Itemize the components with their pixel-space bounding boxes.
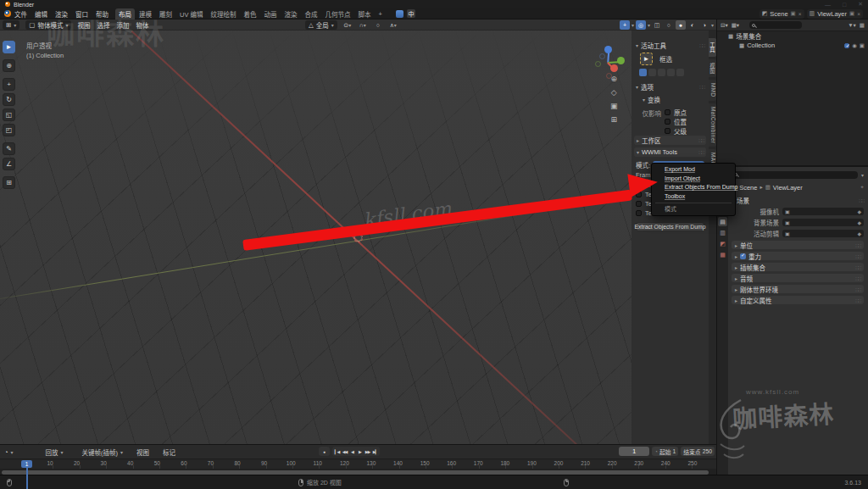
- checkbox[interactable]: [665, 128, 670, 134]
- workspace-tab[interactable]: 脚本: [355, 8, 375, 19]
- select-box-tool[interactable]: ►: [3, 41, 15, 53]
- breadcrumb-viewlayer[interactable]: ViewLayer: [773, 184, 803, 192]
- playback-button[interactable]: ▎◀: [333, 447, 341, 456]
- maximize-button[interactable]: □: [843, 2, 846, 8]
- wwmi-tools-panel-header[interactable]: WWMI Tools ∷∷: [634, 147, 706, 157]
- dropdown-menu-item[interactable]: Toolbox: [652, 192, 735, 202]
- blender-app-icon[interactable]: [4, 10, 11, 17]
- properties-search-input[interactable]: [732, 171, 858, 179]
- gizmos-toggle[interactable]: +: [620, 20, 630, 30]
- scene-selector[interactable]: ◩ Scene ▣ ×: [760, 9, 804, 19]
- navigation-gizmo[interactable]: [588, 36, 632, 80]
- outliner-row[interactable]: ▦ 场景集合 ◉ ▣: [717, 31, 868, 41]
- camera-view-icon[interactable]: ▣: [610, 102, 618, 110]
- properties-tab[interactable]: ▤: [718, 217, 727, 226]
- workspace-tab[interactable]: 动画: [261, 8, 281, 19]
- viewport-menu-item[interactable]: 物体: [136, 20, 148, 30]
- editor-type-button[interactable]: ⊞: [3, 20, 19, 30]
- auto-keying-button[interactable]: ●: [319, 447, 330, 456]
- sidebar-tab[interactable]: MatCombiner: [709, 103, 716, 147]
- frame-start-field[interactable]: ◔ 起始1: [652, 447, 678, 456]
- axis-z-neg-handle[interactable]: [599, 53, 605, 59]
- workspace-tab[interactable]: 着色: [241, 8, 260, 19]
- mode-dropdown[interactable]: ▢物体模式: [25, 20, 71, 30]
- menu-item[interactable]: 帮助: [96, 9, 108, 19]
- eyedropper-icon[interactable]: ◆: [857, 219, 861, 225]
- shading-rendered-button[interactable]: ◑: [699, 20, 709, 30]
- pan-hand-icon[interactable]: ◇: [610, 88, 618, 97]
- filter-icon[interactable]: ▼▾: [848, 22, 856, 29]
- workspace-tab[interactable]: 布局: [115, 8, 135, 19]
- workspace-tab[interactable]: 几何节点: [322, 8, 354, 19]
- ime-indicator[interactable]: 中: [407, 9, 415, 18]
- measure-tool[interactable]: ∠: [3, 158, 15, 170]
- eyedropper-icon[interactable]: ◆: [857, 208, 861, 214]
- workspace-tab[interactable]: 纹理绘制: [208, 8, 240, 19]
- workspace-panel-header[interactable]: 工作区 ∷∷: [634, 136, 706, 145]
- playhead[interactable]: 1: [21, 460, 32, 468]
- perspective-toggle-icon[interactable]: ⊞: [610, 115, 618, 124]
- transform-tool[interactable]: ◰: [3, 124, 15, 136]
- object-picker-field[interactable]: ▣ ◆: [782, 230, 864, 237]
- new-scene-icon[interactable]: ▣: [791, 10, 796, 17]
- xray-toggle[interactable]: ◫: [652, 20, 662, 30]
- sidebar-tab[interactable]: MMD: [709, 80, 716, 101]
- checkbox[interactable]: [665, 109, 670, 115]
- active-tool-icon[interactable]: ►: [640, 53, 653, 65]
- markers-menu[interactable]: 标记: [163, 447, 175, 457]
- scene-panel-header[interactable]: 场景 ∷∷: [732, 196, 864, 205]
- menu-item[interactable]: 窗口: [75, 9, 88, 19]
- mode-intersect-button[interactable]: [676, 69, 684, 76]
- breadcrumb-scene[interactable]: Scene: [739, 184, 757, 192]
- cursor-tool[interactable]: ⊕: [3, 59, 15, 72]
- extract-objects-button[interactable]: Extract Objects From Dump: [636, 222, 704, 231]
- dropdown-menu-item[interactable]: Extract Objects From Dump: [652, 183, 735, 192]
- hide-eye-icon[interactable]: ◉: [852, 42, 857, 49]
- shading-material-button[interactable]: ◐: [687, 20, 698, 30]
- properties-tab[interactable]: ◩: [718, 239, 727, 248]
- pivot-point-button[interactable]: ⊙: [342, 20, 353, 30]
- remove-viewlayer-icon[interactable]: ×: [857, 11, 860, 17]
- options-panel-header[interactable]: 选项 ∷∷: [636, 82, 704, 92]
- menu-item[interactable]: 文件: [14, 9, 27, 19]
- axis-y-neg-handle[interactable]: [595, 61, 601, 67]
- axis-z-handle[interactable]: [604, 46, 612, 53]
- pin-icon[interactable]: ⌖: [860, 184, 864, 191]
- frame-end-field[interactable]: 结束点250: [681, 447, 715, 456]
- scale-tool[interactable]: ◱: [3, 108, 15, 121]
- new-collection-icon[interactable]: ▦: [860, 22, 865, 29]
- playback-menu[interactable]: 回放: [46, 447, 64, 457]
- viewport-menu-item[interactable]: 视图: [77, 20, 90, 30]
- viewport-menu-item[interactable]: 添加: [116, 20, 129, 30]
- snap-magnet-button[interactable]: ∩: [358, 20, 368, 30]
- mode-invert-button[interactable]: [667, 69, 675, 76]
- eyedropper-icon[interactable]: ◆: [857, 231, 861, 236]
- outliner-row[interactable]: ▦ Collection ◉ ▣: [717, 41, 868, 50]
- keying-menu[interactable]: 关键帧(插帧): [82, 447, 124, 457]
- checkbox[interactable]: [665, 119, 670, 125]
- properties-panel-header[interactable]: 插帧集合 ∷∷: [732, 263, 864, 271]
- shading-wireframe-button[interactable]: ○: [664, 20, 674, 30]
- viewlayer-selector[interactable]: ▥ ViewLayer ▣ ×: [807, 9, 863, 19]
- checkbox[interactable]: [636, 201, 642, 207]
- current-frame-field[interactable]: 1: [619, 447, 649, 456]
- properties-panel-header[interactable]: 单位 ∷∷: [732, 241, 864, 249]
- playback-button[interactable]: ▶▶: [364, 447, 371, 456]
- workspace-tab[interactable]: 雕刻: [156, 8, 175, 19]
- workspace-tab[interactable]: 建模: [136, 8, 155, 19]
- properties-panel-header[interactable]: 音频 ∷∷: [732, 274, 864, 282]
- properties-panel-header[interactable]: 重力 ∷∷: [732, 252, 864, 260]
- sidebar-tab[interactable]: 工具: [709, 38, 716, 57]
- exclude-checkbox[interactable]: [844, 43, 849, 48]
- timeline-ruler[interactable]: 1 10203040506070809010011012013014015016…: [0, 458, 716, 469]
- move-tool[interactable]: +: [3, 78, 15, 91]
- dropdown-menu-item[interactable]: Import Object: [652, 175, 735, 184]
- close-button[interactable]: ✕: [858, 1, 863, 8]
- axis-x-handle[interactable]: [610, 64, 618, 72]
- workspace-tab[interactable]: 合成: [302, 8, 321, 19]
- editor-type-button[interactable]: ◔: [4, 448, 14, 456]
- add-cube-tool[interactable]: ⊞: [3, 176, 15, 189]
- viewport-menu-item[interactable]: 选择: [97, 20, 109, 30]
- properties-tab[interactable]: ▥: [718, 228, 727, 237]
- viewport-3d[interactable]: 用户透视 (1) Collection ► ⊕ + ↻ ◱ ◰ ✎ ∠ ⊞: [0, 31, 716, 444]
